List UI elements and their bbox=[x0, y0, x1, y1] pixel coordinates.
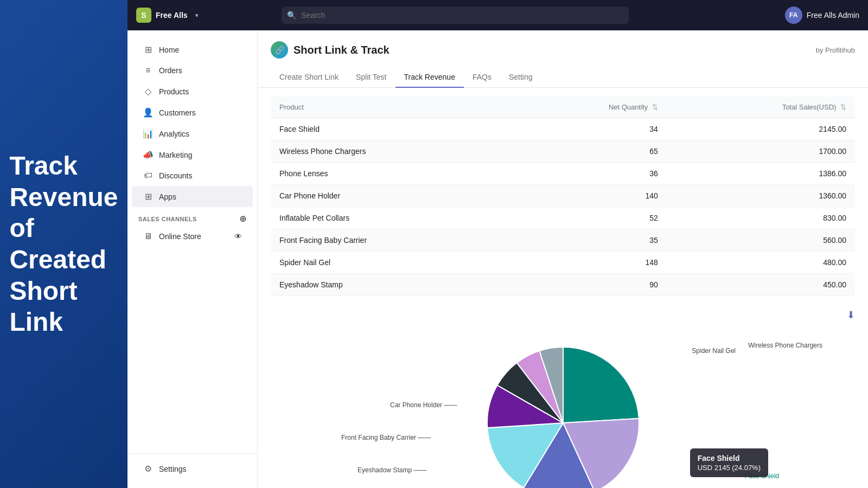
tab-split-test[interactable]: Split Test bbox=[347, 67, 395, 88]
eye-icon: 👁 bbox=[234, 232, 242, 241]
pie-segment bbox=[563, 347, 639, 423]
sidebar-label-settings: Settings bbox=[159, 465, 187, 473]
sidebar-item-customers[interactable]: 👤 Customers bbox=[132, 102, 253, 123]
cell-total-sales: 1386.00 bbox=[667, 163, 855, 185]
shopify-area: S Free Alls ▼ 🔍 FA Free Alls Admin ⊞ Hom… bbox=[127, 0, 868, 488]
pie-chart-wrapper: Spider Nail Gel Wireless Phone Chargers … bbox=[271, 336, 855, 488]
col-net-qty: Net Quantity ⇅ bbox=[513, 97, 667, 118]
app-logo: 🔗 bbox=[271, 41, 288, 59]
apps-icon: ⊞ bbox=[143, 191, 154, 202]
pie-label-eyeshadow-stamp: Eyeshadow Stamp —— bbox=[358, 466, 426, 474]
pie-label-front-facing: Front Facing Baby Carrier —— bbox=[341, 434, 431, 441]
sidebar-label-marketing: Marketing bbox=[159, 151, 192, 159]
cell-total-sales: 480.00 bbox=[667, 252, 855, 274]
table-row: Car Phone Holder 140 1360.00 bbox=[271, 185, 855, 207]
cell-product: Wireless Phone Chargers bbox=[271, 140, 513, 163]
avatar: FA bbox=[785, 7, 802, 24]
orders-icon: ≡ bbox=[143, 66, 154, 75]
sidebar-label-analytics: Analytics bbox=[159, 130, 189, 138]
search-input[interactable] bbox=[282, 7, 629, 24]
cell-product: Eyeshadow Stamp bbox=[271, 274, 513, 296]
blue-panel-text: Track Revenue of Created Short Link bbox=[9, 150, 118, 338]
sort-icon-sales: ⇅ bbox=[840, 103, 846, 111]
analytics-icon: 📊 bbox=[143, 129, 154, 139]
cell-total-sales: 830.00 bbox=[667, 207, 855, 229]
sidebar-bottom: ⚙ Settings bbox=[127, 453, 257, 479]
col-total-sales: Total Sales(USD) ⇅ bbox=[667, 97, 855, 118]
sidebar-item-products[interactable]: ◇ Products bbox=[132, 81, 253, 102]
tab-bar: Create Short Link Split Test Track Reven… bbox=[258, 59, 868, 88]
sidebar-item-marketing[interactable]: 📣 Marketing bbox=[132, 144, 253, 165]
tab-track-revenue[interactable]: Track Revenue bbox=[395, 67, 464, 88]
store-logo[interactable]: S Free Alls ▼ bbox=[136, 8, 200, 23]
sidebar-label-customers: Customers bbox=[159, 108, 196, 117]
cell-product: Inflatable Pet Collars bbox=[271, 207, 513, 229]
cell-product: Phone Lenses bbox=[271, 163, 513, 185]
tab-faqs[interactable]: FAQs bbox=[464, 67, 500, 88]
table-row: Spider Nail Gel 148 480.00 bbox=[271, 252, 855, 274]
shopify-icon: S bbox=[136, 8, 151, 23]
sidebar-item-apps[interactable]: ⊞ Apps bbox=[132, 186, 253, 207]
sidebar-item-settings[interactable]: ⚙ Settings bbox=[132, 458, 253, 479]
table-row: Wireless Phone Chargers 65 1700.00 bbox=[271, 140, 855, 163]
search-icon: 🔍 bbox=[287, 11, 296, 20]
download-button[interactable]: ⬇ bbox=[847, 309, 855, 321]
cell-net-qty: 90 bbox=[513, 274, 667, 296]
user-menu[interactable]: FA Free Alls Admin bbox=[785, 7, 859, 24]
app-title: Short Link & Track bbox=[293, 44, 390, 56]
settings-icon: ⚙ bbox=[143, 464, 154, 474]
pie-label-spider-nail-gel: Spider Nail Gel bbox=[692, 347, 736, 355]
tooltip-title: Face Shield bbox=[698, 454, 761, 463]
sales-channels-label: SALES CHANNELS bbox=[138, 216, 197, 222]
sidebar-label-orders: Orders bbox=[159, 66, 182, 75]
sidebar: ⊞ Home ≡ Orders ◇ Products 👤 Customers 📊… bbox=[127, 30, 258, 488]
tab-create-short-link[interactable]: Create Short Link bbox=[271, 67, 347, 88]
cell-total-sales: 2145.00 bbox=[667, 118, 855, 140]
blue-panel: Track Revenue of Created Short Link bbox=[0, 0, 127, 488]
online-store-label: Online Store bbox=[159, 232, 201, 241]
revenue-table-container: Product Net Quantity ⇅ Total Sales(USD) … bbox=[258, 88, 868, 305]
table-row: Front Facing Baby Carrier 35 560.00 bbox=[271, 229, 855, 252]
marketing-icon: 📣 bbox=[143, 150, 154, 160]
pie-label-car-phone-holder: Car Phone Holder —— bbox=[390, 401, 457, 409]
col-product: Product bbox=[271, 97, 513, 118]
cell-product: Spider Nail Gel bbox=[271, 252, 513, 274]
cell-net-qty: 140 bbox=[513, 185, 667, 207]
cell-net-qty: 148 bbox=[513, 252, 667, 274]
cell-net-qty: 34 bbox=[513, 118, 667, 140]
sidebar-label-home: Home bbox=[159, 46, 179, 54]
pie-label-face-shield: — Face Shield bbox=[736, 472, 779, 480]
sidebar-item-analytics[interactable]: 📊 Analytics bbox=[132, 123, 253, 144]
user-name: Free Alls Admin bbox=[807, 11, 859, 20]
products-icon: ◇ bbox=[143, 86, 154, 97]
pie-label-wireless-phone-chargers: Wireless Phone Chargers bbox=[748, 342, 822, 349]
sidebar-label-products: Products bbox=[159, 87, 189, 96]
sidebar-label-apps: Apps bbox=[159, 192, 176, 201]
tab-setting[interactable]: Setting bbox=[500, 67, 541, 88]
top-header: S Free Alls ▼ 🔍 FA Free Alls Admin bbox=[127, 0, 868, 30]
revenue-table: Product Net Quantity ⇅ Total Sales(USD) … bbox=[271, 97, 855, 296]
table-row: Phone Lenses 36 1386.00 bbox=[271, 163, 855, 185]
cell-product: Front Facing Baby Carrier bbox=[271, 229, 513, 252]
table-row: Inflatable Pet Collars 52 830.00 bbox=[271, 207, 855, 229]
pie-chart-svg bbox=[460, 336, 666, 488]
sidebar-label-discounts: Discounts bbox=[159, 171, 192, 180]
cell-net-qty: 36 bbox=[513, 163, 667, 185]
sidebar-item-home[interactable]: ⊞ Home bbox=[132, 39, 253, 60]
cell-total-sales: 560.00 bbox=[667, 229, 855, 252]
sidebar-item-online-store[interactable]: 🖥 Online Store 👁 bbox=[132, 226, 253, 247]
cell-total-sales: 1700.00 bbox=[667, 140, 855, 163]
content-area: ⊞ Home ≡ Orders ◇ Products 👤 Customers 📊… bbox=[127, 30, 868, 488]
pie-chart-container: Spider Nail Gel Wireless Phone Chargers … bbox=[258, 325, 868, 488]
table-row: Eyeshadow Stamp 90 450.00 bbox=[271, 274, 855, 296]
add-sales-channel-icon[interactable]: ⊕ bbox=[239, 214, 247, 224]
sidebar-item-orders[interactable]: ≡ Orders bbox=[132, 60, 253, 81]
cell-product: Face Shield bbox=[271, 118, 513, 140]
tooltip-value: USD 2145 (24.07%) bbox=[698, 464, 761, 472]
search-bar: 🔍 bbox=[282, 7, 629, 24]
download-area: ⬇ bbox=[258, 305, 868, 325]
sidebar-item-discounts[interactable]: 🏷 Discounts bbox=[132, 165, 253, 186]
cell-net-qty: 65 bbox=[513, 140, 667, 163]
cell-net-qty: 52 bbox=[513, 207, 667, 229]
sales-channels-section: SALES CHANNELS ⊕ bbox=[127, 207, 257, 226]
